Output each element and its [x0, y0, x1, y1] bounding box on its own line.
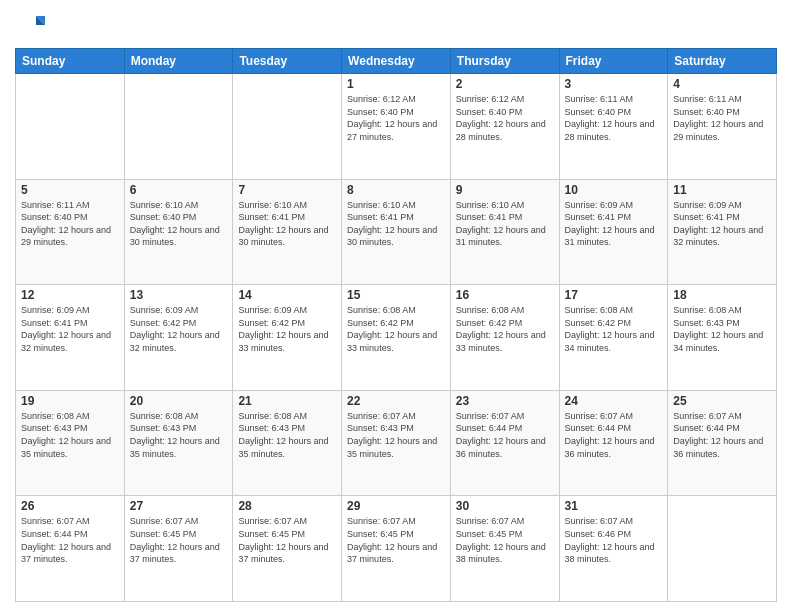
day-info: Sunrise: 6:07 AM Sunset: 6:45 PM Dayligh…	[238, 515, 336, 565]
day-info: Sunrise: 6:09 AM Sunset: 6:41 PM Dayligh…	[565, 199, 663, 249]
day-number: 23	[456, 394, 554, 408]
calendar-cell: 12Sunrise: 6:09 AM Sunset: 6:41 PM Dayli…	[16, 285, 125, 391]
day-info: Sunrise: 6:07 AM Sunset: 6:45 PM Dayligh…	[456, 515, 554, 565]
day-info: Sunrise: 6:07 AM Sunset: 6:44 PM Dayligh…	[673, 410, 771, 460]
calendar-cell: 30Sunrise: 6:07 AM Sunset: 6:45 PM Dayli…	[450, 496, 559, 602]
day-number: 20	[130, 394, 228, 408]
calendar-cell: 26Sunrise: 6:07 AM Sunset: 6:44 PM Dayli…	[16, 496, 125, 602]
calendar-cell: 24Sunrise: 6:07 AM Sunset: 6:44 PM Dayli…	[559, 390, 668, 496]
calendar-cell	[233, 74, 342, 180]
day-info: Sunrise: 6:07 AM Sunset: 6:45 PM Dayligh…	[130, 515, 228, 565]
day-info: Sunrise: 6:09 AM Sunset: 6:42 PM Dayligh…	[130, 304, 228, 354]
day-info: Sunrise: 6:07 AM Sunset: 6:45 PM Dayligh…	[347, 515, 445, 565]
day-info: Sunrise: 6:12 AM Sunset: 6:40 PM Dayligh…	[456, 93, 554, 143]
calendar-cell	[668, 496, 777, 602]
col-header-monday: Monday	[124, 49, 233, 74]
day-number: 18	[673, 288, 771, 302]
calendar-cell: 2Sunrise: 6:12 AM Sunset: 6:40 PM Daylig…	[450, 74, 559, 180]
day-number: 25	[673, 394, 771, 408]
header	[15, 10, 777, 40]
day-info: Sunrise: 6:11 AM Sunset: 6:40 PM Dayligh…	[673, 93, 771, 143]
day-info: Sunrise: 6:09 AM Sunset: 6:41 PM Dayligh…	[21, 304, 119, 354]
day-info: Sunrise: 6:08 AM Sunset: 6:43 PM Dayligh…	[673, 304, 771, 354]
calendar-cell: 23Sunrise: 6:07 AM Sunset: 6:44 PM Dayli…	[450, 390, 559, 496]
day-number: 9	[456, 183, 554, 197]
calendar-cell: 21Sunrise: 6:08 AM Sunset: 6:43 PM Dayli…	[233, 390, 342, 496]
day-number: 28	[238, 499, 336, 513]
day-info: Sunrise: 6:08 AM Sunset: 6:42 PM Dayligh…	[565, 304, 663, 354]
calendar-cell	[16, 74, 125, 180]
col-header-sunday: Sunday	[16, 49, 125, 74]
calendar-cell: 25Sunrise: 6:07 AM Sunset: 6:44 PM Dayli…	[668, 390, 777, 496]
calendar-cell: 31Sunrise: 6:07 AM Sunset: 6:46 PM Dayli…	[559, 496, 668, 602]
day-number: 12	[21, 288, 119, 302]
calendar-header-row: SundayMondayTuesdayWednesdayThursdayFrid…	[16, 49, 777, 74]
day-number: 30	[456, 499, 554, 513]
day-number: 14	[238, 288, 336, 302]
calendar-cell: 13Sunrise: 6:09 AM Sunset: 6:42 PM Dayli…	[124, 285, 233, 391]
day-number: 1	[347, 77, 445, 91]
page: SundayMondayTuesdayWednesdayThursdayFrid…	[0, 0, 792, 612]
calendar-cell: 3Sunrise: 6:11 AM Sunset: 6:40 PM Daylig…	[559, 74, 668, 180]
day-number: 29	[347, 499, 445, 513]
day-number: 24	[565, 394, 663, 408]
calendar-cell: 9Sunrise: 6:10 AM Sunset: 6:41 PM Daylig…	[450, 179, 559, 285]
calendar-cell: 28Sunrise: 6:07 AM Sunset: 6:45 PM Dayli…	[233, 496, 342, 602]
week-row-2: 12Sunrise: 6:09 AM Sunset: 6:41 PM Dayli…	[16, 285, 777, 391]
day-number: 5	[21, 183, 119, 197]
calendar-cell: 8Sunrise: 6:10 AM Sunset: 6:41 PM Daylig…	[342, 179, 451, 285]
calendar-cell: 1Sunrise: 6:12 AM Sunset: 6:40 PM Daylig…	[342, 74, 451, 180]
day-info: Sunrise: 6:10 AM Sunset: 6:40 PM Dayligh…	[130, 199, 228, 249]
day-info: Sunrise: 6:10 AM Sunset: 6:41 PM Dayligh…	[347, 199, 445, 249]
calendar-cell: 20Sunrise: 6:08 AM Sunset: 6:43 PM Dayli…	[124, 390, 233, 496]
day-info: Sunrise: 6:08 AM Sunset: 6:42 PM Dayligh…	[456, 304, 554, 354]
day-number: 4	[673, 77, 771, 91]
day-info: Sunrise: 6:08 AM Sunset: 6:43 PM Dayligh…	[238, 410, 336, 460]
day-info: Sunrise: 6:07 AM Sunset: 6:43 PM Dayligh…	[347, 410, 445, 460]
col-header-saturday: Saturday	[668, 49, 777, 74]
day-info: Sunrise: 6:09 AM Sunset: 6:42 PM Dayligh…	[238, 304, 336, 354]
day-number: 15	[347, 288, 445, 302]
day-number: 16	[456, 288, 554, 302]
day-info: Sunrise: 6:08 AM Sunset: 6:43 PM Dayligh…	[130, 410, 228, 460]
day-info: Sunrise: 6:12 AM Sunset: 6:40 PM Dayligh…	[347, 93, 445, 143]
calendar-cell: 27Sunrise: 6:07 AM Sunset: 6:45 PM Dayli…	[124, 496, 233, 602]
week-row-1: 5Sunrise: 6:11 AM Sunset: 6:40 PM Daylig…	[16, 179, 777, 285]
day-number: 17	[565, 288, 663, 302]
day-number: 22	[347, 394, 445, 408]
week-row-4: 26Sunrise: 6:07 AM Sunset: 6:44 PM Dayli…	[16, 496, 777, 602]
day-info: Sunrise: 6:08 AM Sunset: 6:43 PM Dayligh…	[21, 410, 119, 460]
col-header-thursday: Thursday	[450, 49, 559, 74]
col-header-wednesday: Wednesday	[342, 49, 451, 74]
calendar-cell: 7Sunrise: 6:10 AM Sunset: 6:41 PM Daylig…	[233, 179, 342, 285]
day-number: 13	[130, 288, 228, 302]
calendar-cell: 16Sunrise: 6:08 AM Sunset: 6:42 PM Dayli…	[450, 285, 559, 391]
day-number: 3	[565, 77, 663, 91]
calendar-cell: 22Sunrise: 6:07 AM Sunset: 6:43 PM Dayli…	[342, 390, 451, 496]
day-info: Sunrise: 6:08 AM Sunset: 6:42 PM Dayligh…	[347, 304, 445, 354]
calendar-cell: 11Sunrise: 6:09 AM Sunset: 6:41 PM Dayli…	[668, 179, 777, 285]
calendar-cell: 19Sunrise: 6:08 AM Sunset: 6:43 PM Dayli…	[16, 390, 125, 496]
day-number: 6	[130, 183, 228, 197]
calendar-cell: 10Sunrise: 6:09 AM Sunset: 6:41 PM Dayli…	[559, 179, 668, 285]
calendar-cell: 14Sunrise: 6:09 AM Sunset: 6:42 PM Dayli…	[233, 285, 342, 391]
calendar-cell: 17Sunrise: 6:08 AM Sunset: 6:42 PM Dayli…	[559, 285, 668, 391]
week-row-0: 1Sunrise: 6:12 AM Sunset: 6:40 PM Daylig…	[16, 74, 777, 180]
col-header-tuesday: Tuesday	[233, 49, 342, 74]
col-header-friday: Friday	[559, 49, 668, 74]
day-info: Sunrise: 6:10 AM Sunset: 6:41 PM Dayligh…	[456, 199, 554, 249]
calendar-cell: 4Sunrise: 6:11 AM Sunset: 6:40 PM Daylig…	[668, 74, 777, 180]
day-number: 8	[347, 183, 445, 197]
day-info: Sunrise: 6:09 AM Sunset: 6:41 PM Dayligh…	[673, 199, 771, 249]
day-info: Sunrise: 6:07 AM Sunset: 6:46 PM Dayligh…	[565, 515, 663, 565]
day-info: Sunrise: 6:11 AM Sunset: 6:40 PM Dayligh…	[565, 93, 663, 143]
logo-icon	[15, 10, 45, 40]
day-number: 2	[456, 77, 554, 91]
day-number: 11	[673, 183, 771, 197]
calendar-cell: 5Sunrise: 6:11 AM Sunset: 6:40 PM Daylig…	[16, 179, 125, 285]
logo	[15, 10, 49, 40]
calendar-cell	[124, 74, 233, 180]
calendar-cell: 29Sunrise: 6:07 AM Sunset: 6:45 PM Dayli…	[342, 496, 451, 602]
day-number: 21	[238, 394, 336, 408]
calendar-cell: 15Sunrise: 6:08 AM Sunset: 6:42 PM Dayli…	[342, 285, 451, 391]
